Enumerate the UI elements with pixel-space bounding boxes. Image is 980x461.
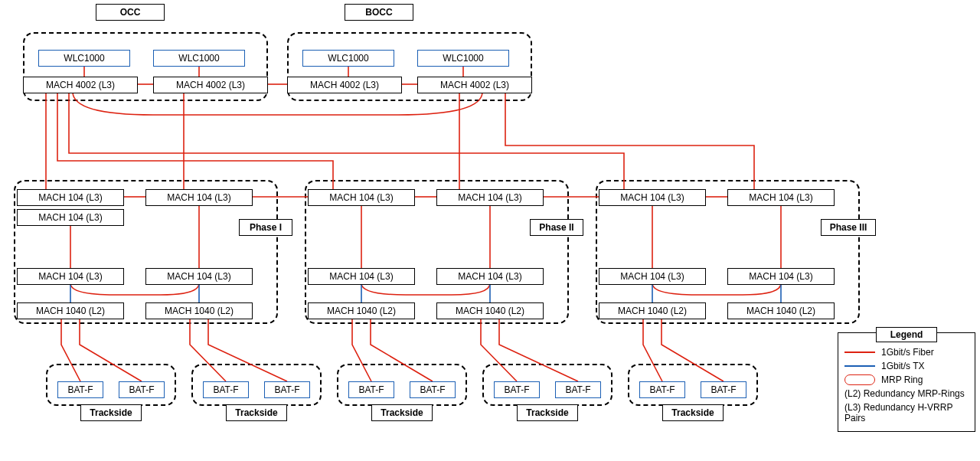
occ-title: OCC <box>96 4 165 21</box>
mach104-p2-a: MACH 104 (L3) <box>308 189 415 206</box>
legend-title: Legend <box>876 327 937 342</box>
legend-tx: 1Gbit/s TX <box>881 361 924 371</box>
legend: Legend 1Gbit/s Fiber 1Gbit/s TX MRP Ring… <box>838 332 975 432</box>
mach4002-occ-a: MACH 4002 (L3) <box>23 77 138 93</box>
mach1040-p3-b: MACH 1040 (L2) <box>727 302 835 319</box>
phase2-title: Phase II <box>530 219 583 236</box>
mach1040-p2-a: MACH 1040 (L2) <box>308 302 415 319</box>
batf-3b: BAT-F <box>410 381 456 398</box>
mach4002-bocc-a: MACH 4002 (L3) <box>287 77 402 93</box>
batf-4a: BAT-F <box>494 381 540 398</box>
mach4002-bocc-b: MACH 4002 (L3) <box>417 77 532 93</box>
batf-2a: BAT-F <box>203 381 249 398</box>
trackside-4: Trackside <box>517 404 578 421</box>
batf-1b: BAT-F <box>119 381 165 398</box>
trackside-5: Trackside <box>662 404 724 421</box>
phase3-title: Phase III <box>821 219 876 236</box>
wlc1000-occ-a: WLC1000 <box>38 50 130 67</box>
mach104-p1-c: MACH 104 (L3) <box>17 209 124 226</box>
mach1040-p2-b: MACH 1040 (L2) <box>436 302 544 319</box>
mach104-p1-b: MACH 104 (L3) <box>145 189 253 206</box>
bocc-title: BOCC <box>345 4 413 21</box>
mach104-p3-b: MACH 104 (L3) <box>727 189 835 206</box>
trackside-3: Trackside <box>371 404 433 421</box>
wlc1000-bocc-b: WLC1000 <box>417 50 509 67</box>
mach104-p1-d: MACH 104 (L3) <box>17 268 124 285</box>
legend-l3: (L3) Redundancy H-VRRP Pairs <box>844 402 969 423</box>
mach104-p3-d: MACH 104 (L3) <box>727 268 835 285</box>
batf-3a: BAT-F <box>348 381 394 398</box>
mach1040-p1-a: MACH 1040 (L2) <box>17 302 124 319</box>
batf-2b: BAT-F <box>264 381 310 398</box>
mach104-p2-b: MACH 104 (L3) <box>436 189 544 206</box>
mach1040-p1-b: MACH 1040 (L2) <box>145 302 253 319</box>
mach104-p3-a: MACH 104 (L3) <box>599 189 706 206</box>
mach4002-occ-b: MACH 4002 (L3) <box>153 77 268 93</box>
wlc1000-occ-b: WLC1000 <box>153 50 245 67</box>
mach104-p2-c: MACH 104 (L3) <box>308 268 415 285</box>
mach1040-p3-a: MACH 1040 (L2) <box>599 302 706 319</box>
legend-mrp: MRP Ring <box>881 374 923 385</box>
batf-5a: BAT-F <box>639 381 685 398</box>
mach104-p1-a: MACH 104 (L3) <box>17 189 124 206</box>
trackside-1: Trackside <box>80 404 142 421</box>
mach104-p1-e: MACH 104 (L3) <box>145 268 253 285</box>
legend-fiber: 1Gbit/s Fiber <box>881 347 934 358</box>
mach104-p2-d: MACH 104 (L3) <box>436 268 544 285</box>
batf-4b: BAT-F <box>555 381 601 398</box>
trackside-2: Trackside <box>226 404 287 421</box>
legend-l2: (L2) Redundancy MRP-Rings <box>844 388 965 399</box>
batf-1a: BAT-F <box>57 381 103 398</box>
batf-5b: BAT-F <box>701 381 746 398</box>
mach104-p3-c: MACH 104 (L3) <box>599 268 706 285</box>
wlc1000-bocc-a: WLC1000 <box>302 50 394 67</box>
phase1-title: Phase I <box>239 219 292 236</box>
